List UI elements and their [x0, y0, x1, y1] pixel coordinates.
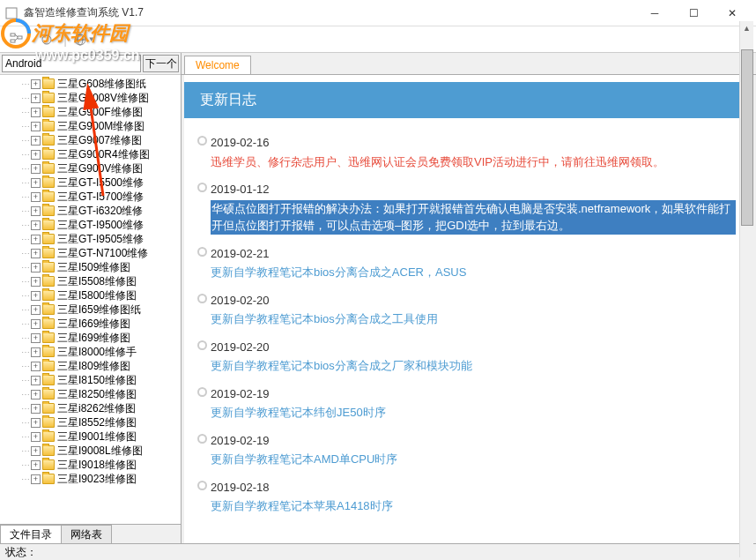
svg-rect-1 [11, 34, 15, 36]
statusbar: 状态： [0, 543, 756, 560]
tree-node[interactable]: ⋯+三星I669维修图 [2, 317, 179, 331]
tree-label: 三星I8552维修图 [57, 415, 137, 430]
tree-node[interactable]: ⋯+三星GT-I5500维修 [2, 175, 179, 190]
tree-node[interactable]: ⋯+三星I8000维修手 [2, 345, 179, 359]
tree-label: 三星I659维修图纸 [57, 302, 141, 317]
tree-node[interactable]: ⋯+三星GT-I5700维修 [2, 190, 179, 204]
log-date: 2019-01-12 [211, 181, 736, 198]
log-text[interactable]: 更新自学教程笔记本bios分离合成之工具使用 [211, 310, 736, 328]
scroll-thumb[interactable] [741, 49, 753, 226]
tab-network[interactable]: 网络表 [61, 525, 112, 543]
tree-node[interactable]: ⋯+三星GT-I9500维修 [2, 218, 179, 232]
tree-node[interactable]: ⋯+三星I9018维修图 [2, 458, 179, 472]
log-date: 2019-02-20 [211, 292, 736, 310]
content-tab-welcome[interactable]: Welcome [184, 56, 251, 74]
log-entry: 2019-02-21更新自学教程笔记本bios分离合成之ACER，ASUS [184, 242, 753, 288]
svg-rect-0 [6, 8, 17, 19]
content-body: 更新日志 2019-02-16迅维学员、修行杂志用户、迅维网认证会员免费领取VI… [184, 75, 753, 543]
svg-rect-3 [18, 36, 22, 39]
log-entry: 2019-02-18更新自学教程笔记本苹果A1418时序 [184, 475, 753, 522]
tree-label: 三星I9018维修图 [57, 458, 137, 473]
log-text: 华硕点位图打开报错的解决办法：如果打开就报错首先确认电脑是否安装.netfram… [211, 200, 736, 235]
search-input[interactable] [2, 55, 141, 72]
tree-label: 三星I9001维修图 [57, 429, 137, 444]
log-text[interactable]: 更新自学教程笔记本苹果A1418时序 [211, 497, 736, 515]
tree-node[interactable]: ⋯+三星GT-I9505维修 [2, 232, 179, 246]
log-entry: 2019-01-12华硕点位图打开报错的解决办法：如果打开就报错首先确认电脑是否… [184, 177, 753, 242]
log-text[interactable]: 更新自学教程笔记本bios分离合成之厂家和模块功能 [211, 357, 736, 375]
tree-node[interactable]: ⋯+三星I509维修图 [2, 260, 179, 274]
log-date: 2019-02-19 [211, 385, 736, 403]
tree-node[interactable]: ⋯+三星I9023维修图 [2, 472, 179, 486]
tree-node[interactable]: ⋯+三星I699维修图 [2, 331, 179, 345]
tree-node[interactable]: ⋯+三星I8250维修图 [2, 387, 179, 401]
tree-label: 三星I809维修图 [57, 359, 130, 374]
tree-node[interactable]: ⋯+三星GT-N7100维修 [2, 246, 179, 260]
tree-node[interactable]: ⋯+三星I5800维修图 [2, 288, 179, 302]
log-date: 2019-02-19 [211, 432, 736, 450]
svg-rect-2 [11, 40, 15, 42]
tree-node[interactable]: ⋯+三星I9001维修图 [2, 429, 179, 444]
window-title: 鑫智造维修查询系统 V1.7 [24, 5, 635, 20]
toolbar-globe-icon[interactable]: ▼ [70, 28, 97, 51]
tree-label: 三星I509维修图 [57, 260, 130, 275]
log-text[interactable]: 更新自学教程笔记本AMD单CPU时序 [211, 451, 736, 468]
titlebar: 鑫智造维修查询系统 V1.7 ─ ☐ ✕ [0, 0, 756, 26]
tree-label: 三星I8000维修手 [57, 345, 137, 360]
search-next-button[interactable]: 下一个 [143, 55, 179, 72]
tree-node[interactable]: ⋯+三星I809维修图 [2, 359, 179, 373]
status-label: 状态： [5, 545, 37, 560]
log-text: 迅维学员、修行杂志用户、迅维网认证会员免费领取VIP活动进行中，请前往迅维网领取… [211, 153, 736, 171]
maximize-button[interactable]: ☐ [674, 1, 713, 26]
log-entry: 2019-02-20更新自学教程笔记本bios分离合成之厂家和模块功能 [184, 335, 753, 382]
tree-node[interactable]: ⋯+三星G900R4维修图 [2, 147, 179, 161]
tree-node[interactable]: ⋯+三星I659维修图纸 [2, 302, 179, 317]
tree-label: 三星GT-I5500维修 [57, 175, 144, 190]
toolbar-circle-icon[interactable] [33, 28, 60, 51]
search-bar: 下一个 [0, 53, 181, 75]
tree-label: 三星G900M维修图 [57, 119, 145, 134]
sidebar: 下一个 ⋯+三星G608维修图纸⋯+三星G9008V维修图⋯+三星G900F维修… [0, 53, 182, 543]
tree-node[interactable]: ⋯+三星I5508维修图 [2, 274, 179, 288]
tree-node[interactable]: ⋯+三星i8262维修图 [2, 401, 179, 415]
tree-label: 三星i8262维修图 [57, 401, 136, 416]
tree-node[interactable]: ⋯+三星G900V维修图 [2, 161, 179, 175]
tree-label: 三星G9008V维修图 [57, 91, 149, 106]
tree-label: 三星G900F维修图 [57, 105, 143, 120]
tree-label: 三星I699维修图 [57, 331, 130, 346]
tree-label: 三星I9023维修图 [57, 472, 137, 487]
app-icon [4, 6, 19, 20]
scroll-up-icon[interactable]: ▲ [740, 21, 753, 35]
log-entry: 2019-02-19更新自学教程笔记本AMD单CPU时序 [184, 429, 753, 475]
tree-label: 三星I8250维修图 [57, 387, 137, 402]
tree-label: 三星I5508维修图 [57, 274, 137, 289]
tree-label: 三星I5800维修图 [57, 288, 137, 303]
log-entry: 2019-02-16迅维学员、修行杂志用户、迅维网认证会员免费领取VIP活动进行… [184, 131, 753, 177]
tree-node[interactable]: ⋯+三星GT-i6320维修 [2, 204, 179, 218]
tree-label: 三星G900R4维修图 [57, 147, 150, 162]
tree-label: 三星GT-N7100维修 [57, 246, 148, 261]
file-tree[interactable]: ⋯+三星G608维修图纸⋯+三星G9008V维修图⋯+三星G900F维修图⋯+三… [0, 75, 181, 524]
tree-node[interactable]: ⋯+三星G9008V维修图 [2, 91, 179, 105]
toolbar-tree-icon[interactable] [4, 28, 30, 51]
tree-node[interactable]: ⋯+三星G900M维修图 [2, 119, 179, 133]
tree-node[interactable]: ⋯+三星I8150维修图 [2, 373, 179, 387]
tree-node[interactable]: ⋯+三星I8552维修图 [2, 415, 179, 429]
log-entry: 2019-02-20更新自学教程笔记本bios分离合成之工具使用 [184, 288, 753, 335]
minimize-button[interactable]: ─ [635, 1, 674, 26]
scrollbar[interactable]: ▲ [739, 21, 753, 557]
tree-label: 三星G608维修图纸 [57, 77, 146, 92]
log-entry: 2019-02-19更新自学教程笔记本纬创JE50时序 [184, 382, 753, 429]
tree-label: 三星G9007维修图 [57, 133, 142, 148]
tab-files[interactable]: 文件目录 [0, 525, 62, 543]
tree-node[interactable]: ⋯+三星G9007维修图 [2, 133, 179, 147]
tree-label: 三星GT-i6320维修 [57, 204, 143, 219]
tree-label: 三星GT-I9505维修 [57, 232, 144, 247]
log-text[interactable]: 更新自学教程笔记本纬创JE50时序 [211, 404, 736, 422]
log-date: 2019-02-16 [211, 134, 736, 152]
tree-node[interactable]: ⋯+三星I9008L维修图 [2, 444, 179, 458]
tree-node[interactable]: ⋯+三星G608维修图纸 [2, 77, 179, 91]
tree-node[interactable]: ⋯+三星G900F维修图 [2, 105, 179, 119]
log-text[interactable]: 更新自学教程笔记本bios分离合成之ACER，ASUS [211, 264, 736, 281]
log-date: 2019-02-18 [211, 479, 736, 497]
